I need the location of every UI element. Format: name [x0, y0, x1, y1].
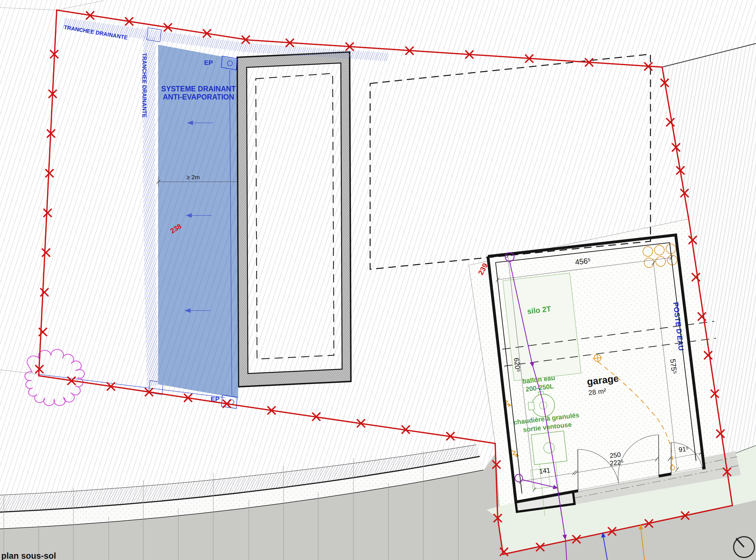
pool: [237, 52, 351, 387]
plan-title: plan sous-sol: [1, 551, 56, 560]
ep-top-label: EP: [204, 59, 213, 66]
dim-141: 141: [539, 466, 550, 475]
dim-91: 91⁵: [678, 445, 689, 453]
systeme-label-1: SYSTEME DRAINANT: [161, 85, 236, 93]
tranchee-left-label: TRANCHEE DRAINANTE: [141, 53, 147, 118]
site-plan-drawing: silo 2T 456⁵ 575⁵ POSTE D'EAU 620⁵ ballo…: [0, 0, 756, 560]
dim-620: 620⁵: [513, 357, 522, 372]
dim-250: 250: [609, 451, 621, 459]
min-distance-label: ≥ 2m: [186, 174, 200, 180]
systeme-label-2: ANTI-EVAPORATION: [163, 93, 234, 101]
dim-456: 456⁵: [575, 256, 591, 266]
dim-575: 575⁵: [669, 358, 678, 375]
